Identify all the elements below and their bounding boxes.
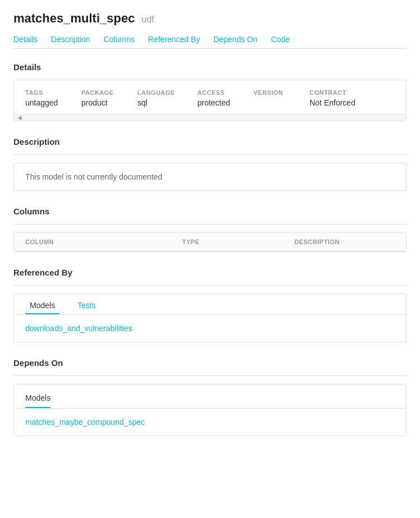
- columns-section-title: Columns: [13, 207, 407, 216]
- description-section: Description This model is not currently …: [13, 137, 407, 191]
- referenced-by-section: Referenced By Models Tests downloads_and…: [13, 268, 407, 342]
- ref-tab-models[interactable]: Models: [25, 294, 59, 314]
- detail-language: LANGUAGE sql: [137, 89, 175, 107]
- detail-package-label: PACKAGE: [81, 89, 115, 96]
- depends-on-title: Depends On: [13, 358, 407, 368]
- title-text: matches_multi_spec: [13, 11, 135, 25]
- page-title: matches_multi_spec udf: [13, 11, 407, 26]
- col-header-column: COLUMN: [25, 239, 182, 245]
- detail-version-label: VERSION: [253, 89, 287, 96]
- tab-referenced-by[interactable]: Referenced By: [148, 35, 200, 48]
- depends-tab-row: Models: [14, 384, 406, 409]
- depends-tab-models[interactable]: Models: [25, 389, 50, 408]
- ref-model-link[interactable]: downloads_and_vulnerabilities: [25, 324, 395, 333]
- tab-code[interactable]: Code: [271, 35, 289, 48]
- columns-divider: [13, 224, 407, 224]
- detail-access: ACCESS protected: [197, 89, 231, 107]
- detail-contract: CONTRACT Not Enforced: [310, 89, 356, 107]
- detail-language-label: LANGUAGE: [137, 89, 175, 96]
- details-card: TAGS untagged PACKAGE product LANGUAGE s…: [13, 80, 407, 121]
- col-header-description: DESCRIPTION: [294, 239, 395, 245]
- detail-tags-value: untagged: [25, 98, 59, 107]
- page-container: matches_multi_spec udf Details Descripti…: [0, 0, 420, 463]
- detail-access-value: protected: [197, 98, 231, 107]
- details-table: TAGS untagged PACKAGE product LANGUAGE s…: [14, 80, 406, 114]
- columns-section: Columns COLUMN TYPE DESCRIPTION: [13, 207, 407, 252]
- description-divider: [13, 154, 407, 155]
- details-section: Details TAGS untagged PACKAGE product LA…: [13, 62, 407, 121]
- columns-card: COLUMN TYPE DESCRIPTION: [13, 232, 407, 252]
- description-card: This model is not currently documented: [13, 163, 407, 191]
- ref-tabs: Models Tests: [14, 294, 406, 315]
- detail-contract-value: Not Enforced: [310, 98, 356, 107]
- type-badge: udf: [142, 15, 154, 24]
- ref-content: downloads_and_vulnerabilities: [14, 315, 406, 342]
- depends-model-link[interactable]: matches_maybe_compound_spec: [25, 418, 395, 427]
- referenced-by-title: Referenced By: [13, 268, 407, 277]
- detail-package-value: product: [81, 98, 115, 107]
- referenced-by-card: Models Tests downloads_and_vulnerabiliti…: [13, 294, 407, 342]
- detail-tags-label: TAGS: [25, 89, 59, 96]
- columns-header: COLUMN TYPE DESCRIPTION: [14, 233, 406, 251]
- tab-details[interactable]: Details: [13, 35, 38, 48]
- detail-version: VERSION: [253, 89, 287, 107]
- scroll-indicator: ◀: [14, 114, 406, 121]
- detail-language-value: sql: [137, 98, 175, 107]
- tab-description[interactable]: Description: [51, 35, 90, 48]
- detail-package: PACKAGE product: [81, 89, 115, 107]
- depends-on-card: Models matches_maybe_compound_spec: [13, 384, 407, 436]
- description-section-title: Description: [13, 137, 407, 146]
- depends-content: matches_maybe_compound_spec: [14, 409, 406, 436]
- col-header-type: TYPE: [182, 239, 294, 245]
- description-text: This model is not currently documented: [25, 172, 162, 181]
- scroll-arrow-icon: ◀: [17, 114, 22, 121]
- tab-columns[interactable]: Columns: [104, 35, 135, 48]
- detail-tags: TAGS untagged: [25, 89, 59, 107]
- details-section-title: Details: [13, 62, 407, 72]
- depends-on-divider: [13, 375, 407, 376]
- referenced-by-divider: [13, 285, 407, 286]
- depends-on-section: Depends On Models matches_maybe_compound…: [13, 358, 407, 436]
- ref-tab-tests[interactable]: Tests: [73, 294, 100, 314]
- detail-access-label: ACCESS: [197, 89, 231, 96]
- nav-tabs: Details Description Columns Referenced B…: [13, 35, 407, 49]
- tab-depends-on[interactable]: Depends On: [214, 35, 258, 48]
- detail-contract-label: CONTRACT: [310, 89, 356, 96]
